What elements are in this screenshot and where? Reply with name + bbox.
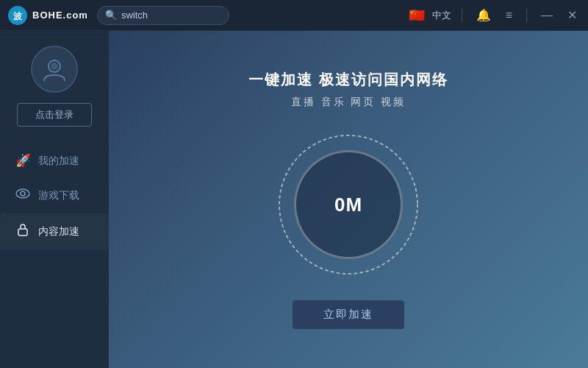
login-button[interactable]: 点击登录 [17, 103, 92, 127]
close-button[interactable]: ✕ [564, 7, 581, 24]
logo-text: BOHE.com [32, 10, 88, 21]
nav-item-content-accel[interactable]: 内容加速 [0, 213, 109, 250]
search-icon: 🔍 [105, 10, 117, 21]
titlebar-right: 🇨🇳 中文 🔔 ≡ — ✕ [409, 7, 581, 24]
titlebar: 波 BOHE.com 🔍 🇨🇳 中文 🔔 ≡ — ✕ [0, 0, 588, 31]
eye-icon [15, 186, 31, 205]
divider2 [526, 9, 527, 22]
menu-button[interactable]: ≡ [502, 7, 516, 24]
avatar-icon [41, 56, 68, 82]
nav-item-label: 内容加速 [38, 225, 79, 238]
svg-point-3 [51, 63, 58, 70]
content-title: 一键加速 极速访问国内网络 [248, 70, 448, 90]
nav-item-label: 我的加速 [38, 155, 79, 168]
speed-dial: 0M [275, 131, 422, 278]
svg-text:波: 波 [13, 11, 23, 21]
lock-icon [15, 222, 31, 241]
accelerate-button[interactable]: 立即加速 [293, 300, 404, 329]
rocket-icon: 🚀 [15, 153, 31, 169]
content-subtitle: 直播 音乐 网页 视频 [291, 96, 406, 109]
logo-area: 波 BOHE.com [7, 5, 88, 26]
nav-item-my-acceleration[interactable]: 🚀 我的加速 [0, 144, 109, 177]
search-bar[interactable]: 🔍 [97, 6, 229, 25]
main-layout: 点击登录 🚀 我的加速 游戏下载 内容加速 一键加速 极速访问国内网络 [0, 31, 588, 368]
content-area: 一键加速 极速访问国内网络 直播 音乐 网页 视频 0M 立即加速 [109, 31, 588, 368]
nav-item-game-download[interactable]: 游戏下载 [0, 177, 109, 213]
bell-button[interactable]: 🔔 [473, 7, 495, 24]
search-input[interactable] [121, 10, 217, 21]
flag-icon: 🇨🇳 [409, 7, 425, 24]
sidebar: 点击登录 🚀 我的加速 游戏下载 内容加速 [0, 31, 109, 368]
svg-point-5 [21, 191, 25, 196]
avatar [31, 46, 78, 93]
nav-item-label: 游戏下载 [38, 189, 79, 202]
lang-text: 中文 [432, 9, 451, 22]
svg-rect-6 [18, 229, 27, 236]
svg-point-4 [16, 189, 29, 198]
speed-display: 0M [294, 150, 403, 259]
divider [462, 9, 462, 22]
logo-icon: 波 [7, 5, 28, 26]
minimize-button[interactable]: — [537, 7, 556, 24]
speed-value: 0M [334, 194, 362, 216]
nav-items: 🚀 我的加速 游戏下载 内容加速 [0, 144, 109, 250]
